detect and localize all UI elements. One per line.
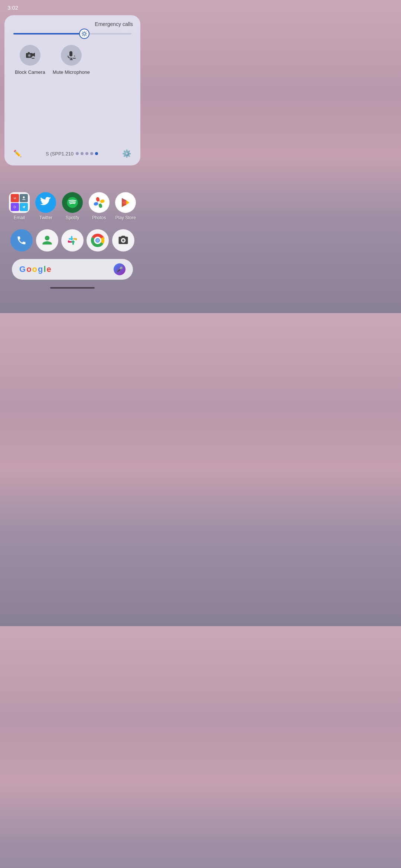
app-item-email[interactable]: M D Email: [6, 192, 32, 220]
google-g-logo: G o o g l e: [19, 264, 51, 274]
svg-line-5: [82, 32, 83, 32]
playstore-triangle-icon: [120, 197, 131, 208]
phone-icon: [10, 229, 33, 251]
app-item-spotify[interactable]: Spotify: [59, 192, 85, 220]
qs-page-dots[interactable]: [76, 152, 98, 155]
spotify-logo-icon: [66, 197, 78, 208]
dock-item-camera[interactable]: [111, 229, 136, 251]
svg-line-7: [82, 35, 83, 36]
svg-point-46: [96, 239, 99, 242]
svg-point-11: [28, 55, 30, 56]
camera-app-icon: [112, 229, 134, 251]
email-mini-2: [20, 194, 28, 202]
mic-icon: 🎤: [117, 266, 123, 272]
status-bar: 3:02: [0, 0, 145, 14]
svg-line-8: [86, 32, 86, 32]
brightness-icon: [81, 31, 87, 37]
twitter-bird-icon: [40, 197, 51, 208]
email-mini-gmail: M: [11, 194, 19, 202]
qs-dot-1: [76, 152, 79, 155]
emergency-calls-label[interactable]: Emergency calls: [12, 21, 133, 27]
svg-point-23: [98, 201, 101, 204]
email-icon: M D: [9, 192, 30, 213]
apps-row-1: M D Email Twitter: [6, 192, 139, 220]
qs-edit-icon[interactable]: ✏️: [13, 149, 22, 158]
svg-point-22: [67, 197, 78, 208]
photos-icon: [89, 192, 110, 213]
g-red2: e: [47, 264, 51, 274]
svg-marker-30: [126, 200, 129, 205]
svg-rect-12: [28, 52, 30, 53]
block-camera-icon-circle: [20, 45, 40, 66]
block-camera-label: Block Camera: [15, 69, 45, 75]
brightness-track[interactable]: [13, 33, 131, 34]
twitter-icon: [35, 192, 56, 213]
app-item-twitter[interactable]: Twitter: [33, 192, 59, 220]
g-yellow: o: [32, 264, 37, 274]
svg-point-0: [83, 33, 85, 35]
app-label-twitter: Twitter: [39, 215, 52, 220]
svg-rect-38: [68, 241, 72, 243]
photos-pinwheel-icon: [92, 195, 106, 210]
dock-row: [9, 229, 136, 251]
qs-dot-5: [95, 152, 98, 155]
app-label-playstore: Play Store: [115, 215, 136, 220]
g-blue: G: [19, 264, 26, 274]
playstore-icon: [115, 192, 136, 213]
status-time: 3:02: [7, 4, 18, 11]
svg-marker-32: [122, 198, 126, 207]
brightness-fill: [13, 33, 84, 34]
svg-rect-34: [69, 238, 73, 240]
g-red: o: [26, 264, 31, 274]
svg-rect-40: [73, 238, 77, 240]
google-mic-button[interactable]: 🎤: [114, 263, 125, 275]
dock-item-chrome[interactable]: [85, 229, 110, 251]
email-mini-discord: D: [11, 203, 19, 211]
qs-version-info: S (SPP1.210: [46, 151, 98, 157]
camera-lens-icon: [118, 235, 129, 246]
navigation-bar: [6, 287, 139, 289]
quick-settings-panel: Emergency calls: [4, 15, 140, 165]
dock-item-contacts[interactable]: [34, 229, 59, 251]
dock-item-slack[interactable]: [60, 229, 85, 251]
chrome-icon: [87, 229, 109, 251]
qs-bottom-bar: ✏️ S (SPP1.210 ⚙️: [12, 149, 133, 158]
brightness-slider-container[interactable]: [12, 33, 133, 34]
quick-tiles-row: Block Camera Mute Microphone: [12, 45, 133, 75]
chrome-logo-icon: [91, 234, 104, 247]
svg-point-47: [122, 239, 124, 241]
spotify-icon: [62, 192, 83, 213]
home-indicator: [50, 287, 95, 289]
app-item-photos[interactable]: Photos: [86, 192, 112, 220]
brightness-thumb[interactable]: [79, 29, 89, 39]
google-search-bar[interactable]: G o o g l e 🎤: [12, 259, 133, 280]
mute-microphone-icon: [66, 50, 76, 60]
qs-dot-4: [90, 152, 93, 155]
qs-dot-3: [85, 152, 88, 155]
g-green: l: [43, 264, 46, 274]
dock-item-phone[interactable]: [9, 229, 34, 251]
app-label-spotify: Spotify: [66, 215, 79, 220]
qs-dot-2: [81, 152, 84, 155]
svg-line-6: [86, 35, 86, 36]
mute-microphone-icon-circle: [61, 45, 82, 66]
phone-handset-icon: [16, 235, 27, 246]
app-item-playstore[interactable]: Play Store: [113, 192, 138, 220]
home-screen: M D Email Twitter: [0, 165, 145, 289]
mute-microphone-label: Mute Microphone: [53, 69, 90, 75]
qs-version-text: S (SPP1.210: [46, 151, 74, 157]
block-camera-icon: [25, 50, 35, 60]
block-camera-tile[interactable]: Block Camera: [15, 45, 45, 75]
slack-icon: [61, 229, 84, 251]
contacts-icon: [36, 229, 58, 251]
mute-microphone-tile[interactable]: Mute Microphone: [53, 45, 90, 75]
svg-marker-13: [33, 53, 35, 57]
qs-settings-icon[interactable]: ⚙️: [122, 149, 131, 158]
svg-point-21: [23, 197, 25, 198]
contacts-person-icon: [42, 235, 53, 246]
app-label-email: Email: [14, 215, 25, 220]
slack-logo-icon: [66, 234, 78, 246]
svg-rect-16: [69, 51, 72, 56]
g-blue2: g: [38, 264, 43, 274]
email-mini-telegram: [20, 203, 28, 211]
